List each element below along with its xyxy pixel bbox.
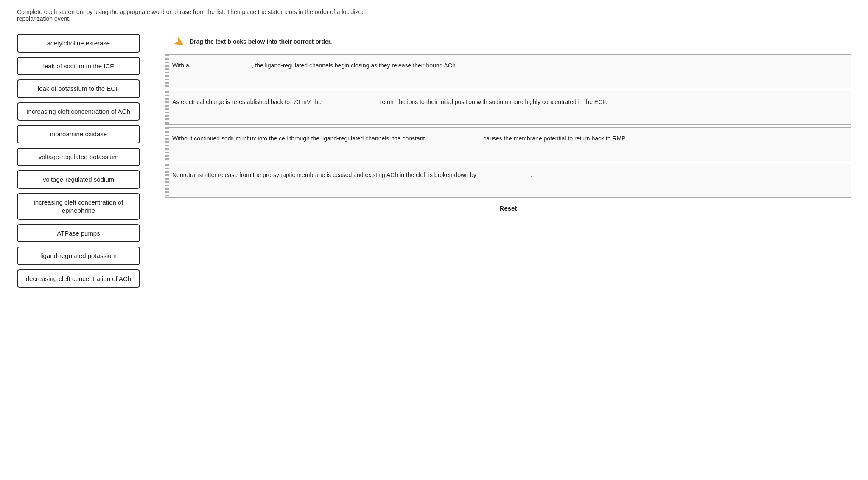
drag-hint-text: Drag the text blocks below into their co… xyxy=(190,38,332,46)
word-bank-item[interactable]: leak of potassium to the ECF xyxy=(17,79,140,98)
blank-field xyxy=(191,61,250,70)
right-panel: ➤ Drag the text blocks below into their … xyxy=(165,34,851,212)
blank-field xyxy=(478,170,529,180)
word-bank-item[interactable]: ligand-regulated potassium xyxy=(17,247,140,265)
drop-zone[interactable]: Without continued sodium influx into the… xyxy=(165,127,851,161)
drop-zone[interactable]: As electrical charge is re-established b… xyxy=(165,91,851,125)
word-bank-item[interactable]: acetylcholine esterase xyxy=(17,34,140,53)
word-bank-item[interactable]: monoamine oxidase xyxy=(17,125,140,143)
word-bank-item[interactable]: decreasing cleft concentration of ACh xyxy=(17,269,140,288)
blank-field xyxy=(323,97,378,107)
drop-zone[interactable]: With a , the ligand-regulated channels b… xyxy=(165,54,851,88)
word-bank-item[interactable]: leak of sodium to the ICF xyxy=(17,57,140,76)
drag-hint: ➤ Drag the text blocks below into their … xyxy=(174,34,851,50)
instruction-text: Complete each statement by using the app… xyxy=(17,8,399,22)
arrow-icon: ➤ xyxy=(171,32,188,52)
drop-zone[interactable]: Neurotransmitter release from the pre-sy… xyxy=(165,164,851,198)
word-bank-item[interactable]: voltage-regulated sodium xyxy=(17,170,140,189)
word-bank-item[interactable]: ATPase pumps xyxy=(17,224,140,243)
blank-field xyxy=(426,134,482,143)
reset-button[interactable]: Reset xyxy=(165,205,851,212)
word-bank-item[interactable]: voltage-regulated potassium xyxy=(17,148,140,166)
drop-zones: With a , the ligand-regulated channels b… xyxy=(165,54,851,198)
word-bank-item[interactable]: increasing cleft concentration of ACh xyxy=(17,102,140,121)
word-bank-item[interactable]: increasing cleft concentration of epinep… xyxy=(17,193,140,220)
main-layout: acetylcholine esteraseleak of sodium to … xyxy=(17,34,851,288)
word-bank: acetylcholine esteraseleak of sodium to … xyxy=(17,34,140,288)
